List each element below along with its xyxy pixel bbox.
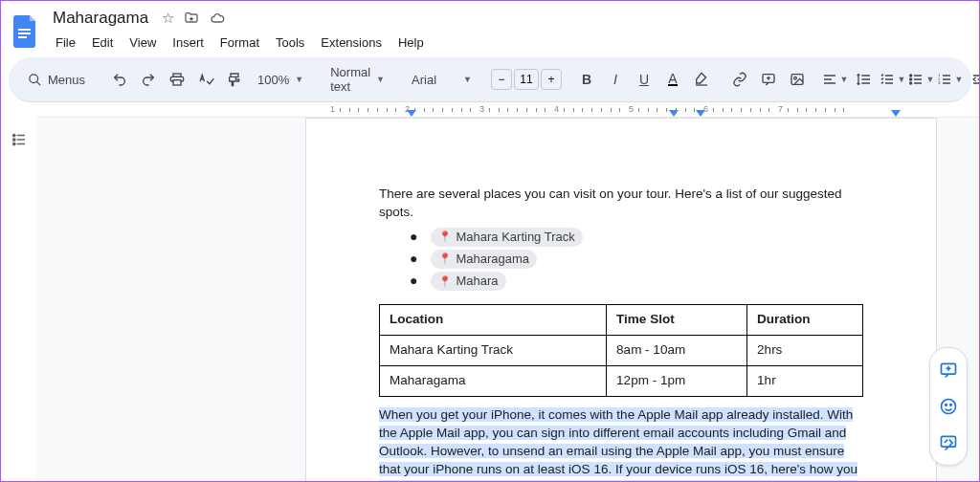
menu-help[interactable]: Help xyxy=(391,32,431,54)
svg-point-17 xyxy=(13,142,15,144)
place-chip[interactable]: 📍Mahara Karting Track xyxy=(431,228,582,247)
list-item[interactable]: ●📍Mahara Karting Track xyxy=(410,228,863,247)
indent-marker[interactable] xyxy=(407,110,416,118)
svg-rect-2 xyxy=(18,36,27,38)
svg-point-20 xyxy=(946,405,947,406)
insert-link-button[interactable] xyxy=(726,66,753,93)
svg-rect-1 xyxy=(18,33,31,34)
search-menus[interactable]: Menus xyxy=(18,69,95,91)
selected-paragraph[interactable]: When you get your iPhone, it comes with … xyxy=(379,406,863,482)
list-item[interactable]: ●📍Mahara xyxy=(410,272,863,291)
docs-logo[interactable] xyxy=(11,12,41,51)
menu-extensions[interactable]: Extensions xyxy=(314,32,389,54)
bullet-icon: ● xyxy=(410,272,417,291)
ruler-number: 7 xyxy=(778,104,783,114)
ruler-number: 1 xyxy=(330,104,335,114)
move-icon[interactable] xyxy=(184,11,199,26)
table-cell[interactable]: 2hrs xyxy=(747,336,863,366)
pin-icon: 📍 xyxy=(438,252,452,266)
table-header-cell[interactable]: Time Slot xyxy=(607,305,747,336)
menu-file[interactable]: File xyxy=(49,32,82,54)
table-cell[interactable]: 8am - 10am xyxy=(607,336,747,366)
svg-point-19 xyxy=(942,400,956,414)
emoji-dock-button[interactable] xyxy=(934,392,963,421)
align-button[interactable]: ▼ xyxy=(822,66,849,93)
star-icon[interactable]: ☆ xyxy=(162,10,174,27)
table-header-cell[interactable]: Duration xyxy=(747,305,863,336)
font-size-increase[interactable]: + xyxy=(541,69,562,90)
menu-format[interactable]: Format xyxy=(213,32,266,54)
highlight-button[interactable] xyxy=(688,66,715,93)
svg-point-21 xyxy=(950,405,952,406)
table-row[interactable]: Mahara Karting Track8am - 10am2hrs xyxy=(380,336,863,366)
font-size-decrease[interactable]: − xyxy=(491,69,512,90)
table-cell[interactable]: 1hr xyxy=(747,366,863,397)
table-header-cell[interactable]: Location xyxy=(380,305,607,336)
outline-toggle-button[interactable] xyxy=(5,125,33,154)
print-button[interactable] xyxy=(164,66,190,93)
line-spacing-button[interactable] xyxy=(851,66,878,93)
spellcheck-button[interactable] xyxy=(192,66,219,93)
svg-rect-22 xyxy=(942,436,956,447)
menu-insert[interactable]: Insert xyxy=(166,32,211,54)
svg-rect-5 xyxy=(173,80,181,85)
indent-marker[interactable] xyxy=(669,110,679,118)
suggest-dock-button[interactable] xyxy=(934,428,963,457)
paint-format-button[interactable] xyxy=(221,66,248,93)
font-family-select[interactable]: Arial▼ xyxy=(404,69,479,91)
menu-tools[interactable]: Tools xyxy=(269,32,311,54)
svg-point-16 xyxy=(13,139,15,141)
menus-label: Menus xyxy=(48,73,85,87)
table-cell[interactable]: Mahara Karting Track xyxy=(380,336,607,366)
svg-point-9 xyxy=(910,75,912,77)
bulleted-list-button[interactable]: ▼ xyxy=(908,66,935,93)
document-page[interactable]: There are several places you can visit o… xyxy=(305,118,937,482)
insert-image-button[interactable] xyxy=(784,66,811,93)
table-row[interactable]: Maharagama12pm - 1pm1hr xyxy=(380,366,863,397)
document-title[interactable]: Maharagama xyxy=(49,7,152,30)
svg-point-11 xyxy=(910,82,912,84)
undo-button[interactable] xyxy=(106,66,133,93)
redo-button[interactable] xyxy=(135,66,162,93)
svg-rect-0 xyxy=(18,29,31,31)
numbered-list-button[interactable]: 123▼ xyxy=(937,66,964,93)
ruler-number: 4 xyxy=(554,104,559,114)
menu-view[interactable]: View xyxy=(122,32,163,54)
places-list[interactable]: ●📍Mahara Karting Track●📍Maharagama●📍Maha… xyxy=(379,228,863,292)
menu-bar: File Edit View Insert Format Tools Exten… xyxy=(49,30,431,55)
ruler-number: 3 xyxy=(479,104,484,114)
pin-icon: 📍 xyxy=(438,274,452,289)
add-comment-dock-button[interactable] xyxy=(934,356,963,384)
svg-point-10 xyxy=(910,78,912,80)
checklist-button[interactable]: ▼ xyxy=(880,66,906,93)
italic-button[interactable]: I xyxy=(602,66,629,93)
bullet-icon: ● xyxy=(410,250,417,269)
table-cell[interactable]: Maharagama xyxy=(380,366,607,397)
underline-button[interactable]: U xyxy=(631,66,657,93)
side-dock xyxy=(929,347,968,466)
list-item[interactable]: ●📍Maharagama xyxy=(410,250,863,269)
svg-point-3 xyxy=(30,74,38,82)
toolbar: Menus 100%▼ Normal text▼ Arial▼ − 11 + B… xyxy=(9,57,971,102)
table-cell[interactable]: 12pm - 1pm xyxy=(607,366,747,397)
indent-decrease-button[interactable] xyxy=(966,66,980,93)
svg-text:3: 3 xyxy=(939,80,942,85)
cloud-icon[interactable] xyxy=(209,11,226,26)
place-chip[interactable]: 📍Maharagama xyxy=(431,250,537,269)
bold-button[interactable]: B xyxy=(573,66,600,93)
indent-marker[interactable] xyxy=(891,110,901,118)
zoom-select[interactable]: 100%▼ xyxy=(250,69,311,91)
menu-edit[interactable]: Edit xyxy=(85,32,120,54)
svg-point-8 xyxy=(794,77,797,79)
place-chip[interactable]: 📍Mahara xyxy=(431,272,505,291)
svg-point-15 xyxy=(13,134,15,136)
text-color-button[interactable]: A xyxy=(659,66,686,93)
indent-marker[interactable] xyxy=(696,110,705,118)
pin-icon: 📍 xyxy=(438,230,452,244)
font-size-input[interactable]: 11 xyxy=(514,69,539,90)
intro-paragraph[interactable]: There are several places you can visit o… xyxy=(379,186,863,222)
schedule-table[interactable]: LocationTime SlotDurationMahara Karting … xyxy=(379,304,863,397)
paragraph-style-select[interactable]: Normal text▼ xyxy=(323,61,392,98)
insert-comment-button[interactable] xyxy=(755,66,782,93)
ruler[interactable]: 1234567 xyxy=(37,102,979,118)
